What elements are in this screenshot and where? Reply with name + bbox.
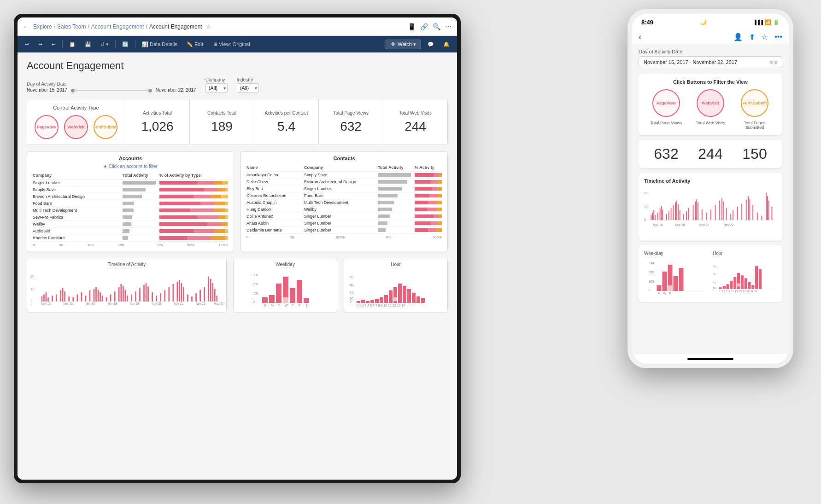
device-icon[interactable]: 📱: [408, 23, 416, 30]
svg-rect-197: [751, 285, 754, 289]
date-slider[interactable]: November 15, 2017 November 22, 2017: [27, 87, 196, 93]
stat-activities-per-contact-value: 5.4: [277, 119, 295, 134]
save-button[interactable]: 💾: [82, 41, 94, 48]
comment-icon[interactable]: 💬: [425, 41, 437, 48]
view-button[interactable]: 🖥 View: Original: [210, 41, 253, 48]
redo-button[interactable]: ↪: [35, 41, 45, 48]
svg-rect-41: [164, 290, 165, 301]
table-row[interactable]: Césareo Beauchesne Food Barn: [245, 192, 444, 199]
svg-rect-161: [771, 207, 772, 220]
mobile-metrics-section: 632 244 150: [639, 140, 782, 168]
pageview-button[interactable]: PageView: [35, 115, 59, 139]
svg-rect-51: [199, 290, 201, 301]
mobile-formsubmit-button[interactable]: FormSubmit: [741, 89, 768, 117]
favorite-icon[interactable]: ☆: [762, 33, 768, 41]
activity-circle-buttons: PageView WebVisit FormSubmit: [35, 115, 117, 139]
company-select[interactable]: (All): [205, 83, 228, 93]
table-row[interactable]: Multi Tech Development: [31, 207, 230, 214]
table-row[interactable]: Singer Lumber: [31, 180, 230, 186]
svg-rect-57: [216, 295, 217, 301]
table-row[interactable]: Hung Damon Wellby: [245, 206, 444, 213]
table-row[interactable]: Audio Aid: [31, 228, 230, 235]
svg-text:S: S: [264, 304, 266, 307]
svg-rect-42: [168, 287, 170, 301]
svg-rect-23: [102, 295, 103, 301]
webvisit-button[interactable]: WebVisit: [64, 115, 88, 139]
formsubmit-button[interactable]: FormSubmit: [94, 115, 117, 139]
table-row[interactable]: Rhodes Furniture: [31, 235, 230, 242]
watch-button[interactable]: 👁 Watch ▾: [386, 40, 421, 49]
table-row[interactable]: Delta Chew Environ Architectural Design: [245, 179, 444, 185]
contact-pct-0: 0%: [386, 235, 391, 239]
svg-rect-195: [745, 278, 747, 289]
svg-text:100: 100: [649, 280, 654, 283]
undo-button[interactable]: ↩: [22, 41, 32, 48]
svg-text:Nov 21: Nov 21: [174, 302, 183, 305]
back-button[interactable]: ←: [23, 23, 29, 30]
account-filter-link[interactable]: ★ Click an account to filter: [31, 164, 230, 169]
mobile-timeline-chart: 20 10 0: [644, 187, 777, 233]
share-icon[interactable]: ⬆: [749, 33, 755, 41]
contact-axis-0: 0: [246, 235, 248, 239]
undo2-button[interactable]: ↩: [49, 41, 59, 48]
phone-status-icons: ▐▐▐ 📶 🔋: [753, 19, 780, 25]
favorite-icon[interactable]: ☆: [206, 23, 211, 30]
activity-type-box: Control Activity Type PageView WebVisit …: [27, 99, 125, 145]
svg-rect-174: [657, 285, 662, 291]
table-row[interactable]: Elsy Britt Singer Lumber: [245, 185, 444, 192]
date-range-slider[interactable]: [70, 90, 153, 91]
data-button[interactable]: 📋: [66, 41, 78, 48]
mobile-pageview-button[interactable]: PageView: [652, 89, 680, 117]
filter-buttons-section: Click Buttons to Filter the View PageVie…: [639, 74, 782, 135]
svg-rect-43: [172, 284, 174, 301]
table-row[interactable]: Wellby: [31, 221, 230, 228]
svg-rect-139: [698, 203, 698, 220]
svg-text:40: 40: [350, 291, 353, 294]
edit-button[interactable]: ✏️ Edit: [184, 41, 206, 48]
table-row[interactable]: Dollie Antunez Singer Lumber: [245, 213, 444, 220]
table-row[interactable]: Environ Architectural Design: [31, 193, 230, 200]
company-filter-label: Company: [205, 77, 228, 82]
col-total-activity: Total Activity: [121, 172, 158, 180]
weekday-chart: 300 200 100 0 S M: [237, 270, 333, 307]
table-row[interactable]: Food Barn: [31, 200, 230, 207]
svg-rect-50: [195, 293, 197, 301]
breadcrumb-sales-team[interactable]: Sales Team: [57, 23, 86, 30]
table-row[interactable]: Amankaya Colón Simply Save: [245, 172, 444, 179]
share-icon[interactable]: 🔗: [420, 23, 428, 30]
breadcrumb-explore[interactable]: Explore: [33, 23, 52, 30]
table-row[interactable]: Anaïs Aubin Singer Lumber: [245, 220, 444, 227]
table-row[interactable]: Ausonia Chaplin Multi Tech Development: [245, 199, 444, 206]
svg-rect-32: [131, 295, 132, 301]
svg-rect-39: [156, 295, 157, 301]
svg-rect-25: [110, 295, 111, 301]
data-details-button[interactable]: 📊 Data Details: [139, 41, 180, 48]
svg-rect-5: [43, 295, 45, 301]
mobile-weekday-chart: Weekday 300 200 100 0: [644, 251, 708, 296]
profile-icon[interactable]: 👤: [733, 33, 743, 41]
svg-rect-10: [60, 290, 61, 301]
table-row[interactable]: Simply Save: [31, 186, 230, 193]
alert-icon[interactable]: 🔔: [440, 41, 452, 48]
refresh-button[interactable]: ↺ ▾: [98, 41, 111, 48]
timeline-chart: 20 10 0: [31, 270, 223, 307]
mobile-metric-forms: 150: [742, 145, 767, 162]
svg-rect-146: [723, 202, 724, 220]
svg-rect-160: [768, 201, 769, 220]
breadcrumb-account-engagement[interactable]: Account Engagement: [91, 23, 144, 30]
signal-icon: ▐▐▐: [753, 20, 763, 25]
filter-labels: Total Page Views Total Web Visits Total …: [644, 121, 777, 130]
filter-button[interactable]: 🔄: [119, 41, 131, 48]
col-name: Name: [245, 164, 302, 172]
table-row[interactable]: Sew-Fro Fabrics: [31, 214, 230, 221]
phone-date-picker[interactable]: November 15, 2017 - November 22, 2017 ⊙ …: [639, 56, 782, 68]
phone-back-button[interactable]: ‹: [639, 32, 641, 42]
menu-icon[interactable]: ⋯: [445, 23, 452, 30]
mobile-metrics-row: 632 244 150: [644, 145, 777, 162]
table-row[interactable]: Deidamia Bonnette Singer Lumber: [245, 227, 444, 234]
mobile-webvisit-button[interactable]: WebVisit: [697, 89, 724, 117]
more-icon[interactable]: •••: [774, 33, 782, 41]
industry-select[interactable]: (All): [237, 83, 259, 93]
search-icon[interactable]: 🔍: [433, 23, 440, 30]
svg-rect-80: [297, 280, 302, 303]
